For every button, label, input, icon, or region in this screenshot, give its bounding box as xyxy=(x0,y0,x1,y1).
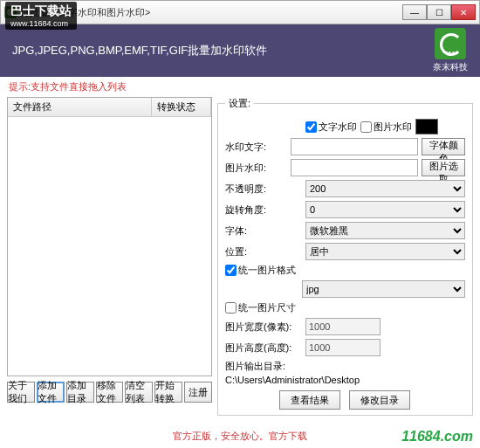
unify-format-checkbox[interactable]: 统一图片格式 xyxy=(225,264,296,277)
rotate-label: 旋转角度: xyxy=(225,203,302,217)
watermark-image-input[interactable] xyxy=(291,159,418,176)
format-select[interactable]: jpg xyxy=(302,280,465,298)
rotate-select[interactable]: 0 xyxy=(305,201,465,218)
position-label: 位置: xyxy=(225,245,302,258)
add-file-button[interactable]: 添加文件 xyxy=(37,382,65,403)
clear-list-button[interactable]: 清空列表 xyxy=(125,382,153,403)
watermark-text-input[interactable] xyxy=(291,138,418,155)
remove-file-button[interactable]: 移除文件 xyxy=(96,382,124,403)
file-table-body[interactable] xyxy=(8,117,211,376)
close-button[interactable]: ✕ xyxy=(451,4,476,20)
pick-image-button[interactable]: 图片选取 xyxy=(422,159,465,176)
site-overlay-top: 巴士下载站www.11684.com xyxy=(5,2,77,30)
about-button[interactable]: 关于我们 xyxy=(7,382,35,403)
minimize-button[interactable]: — xyxy=(402,4,427,20)
font-color-button[interactable]: 字体颜色 xyxy=(422,138,465,155)
opacity-select[interactable]: 200 xyxy=(305,180,465,197)
img-label: 图片水印: xyxy=(225,162,287,175)
change-dir-button[interactable]: 修改目录 xyxy=(349,390,410,410)
maximize-button[interactable]: ☐ xyxy=(427,4,451,20)
settings-legend: 设置: xyxy=(225,97,254,110)
banner-text: JPG,JPEG,PNG,BMP,EMF,TIF,GIF批量加水印软件 xyxy=(12,43,267,59)
height-label: 图片高度(高度): xyxy=(225,341,302,355)
image-watermark-checkbox[interactable]: 图片水印 xyxy=(360,121,412,134)
start-convert-button[interactable]: 开始转换 xyxy=(154,382,182,403)
unify-size-checkbox[interactable]: 统一图片尺寸 xyxy=(225,301,296,314)
brand-block: ••• 奈末科技 xyxy=(433,28,468,73)
file-table[interactable]: 文件路径 转换状态 xyxy=(7,97,212,376)
view-result-button[interactable]: 查看结果 xyxy=(279,390,340,410)
brand-logo-icon: ••• xyxy=(435,28,466,59)
app-banner: JPG,JPEG,PNG,BMP,EMF,TIF,GIF批量加水印软件 ••• … xyxy=(0,24,480,77)
add-dir-button[interactable]: 添加目录 xyxy=(66,382,94,403)
opacity-label: 不透明度: xyxy=(225,183,302,196)
register-button[interactable]: 注册 xyxy=(184,382,212,403)
font-select[interactable]: 微软雅黑 xyxy=(305,222,465,239)
settings-panel: 设置: 文字水印 图片水印 水印文字: 字体颜色 图片水印: 图片选取 不透明度… xyxy=(217,97,473,416)
width-input xyxy=(305,318,381,335)
font-label: 字体: xyxy=(225,224,302,238)
text-label: 水印文字: xyxy=(225,141,287,154)
col-header-status[interactable]: 转换状态 xyxy=(152,98,211,116)
window-title: 持批量加文字水印和图片水印> xyxy=(20,6,402,19)
col-header-path[interactable]: 文件路径 xyxy=(8,98,152,116)
text-watermark-checkbox[interactable]: 文字水印 xyxy=(305,121,357,134)
width-label: 图片宽度(像素): xyxy=(225,320,302,334)
height-input xyxy=(305,339,381,356)
position-select[interactable]: 居中 xyxy=(305,243,465,260)
color-swatch[interactable] xyxy=(415,119,438,134)
outdir-label: 图片输出目录: xyxy=(225,360,285,373)
site-overlay-bottom: 11684.com xyxy=(401,429,473,445)
hint-text: 提示:支持文件直接拖入列表 xyxy=(0,77,480,97)
brand-name: 奈末科技 xyxy=(433,61,468,73)
outdir-value: C:\Users\Administrator\Desktop xyxy=(225,375,360,385)
